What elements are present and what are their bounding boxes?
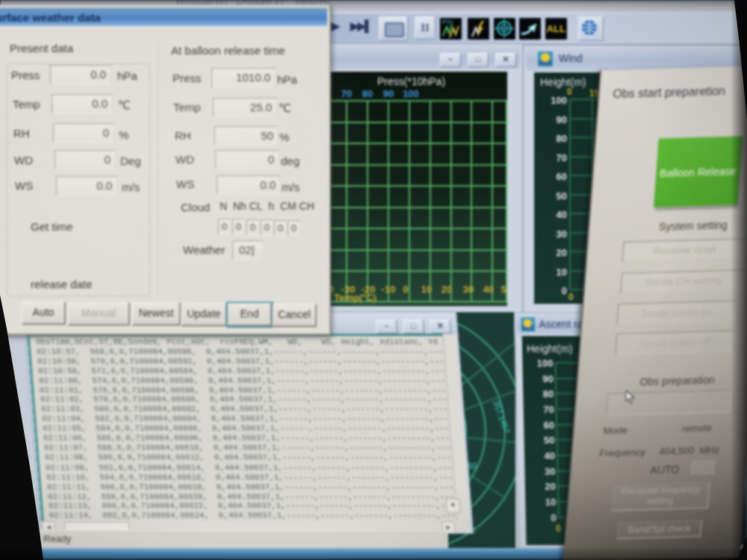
svg-text:70: 70 [543,404,554,415]
svg-text:50: 50 [557,190,567,202]
svg-text:90: 90 [383,88,394,99]
svg-text:-10: -10 [382,284,396,295]
svg-text:20: 20 [441,284,452,295]
svg-text:0: 0 [551,512,557,523]
svg-text:90: 90 [557,114,567,125]
svg-text:0: 0 [567,87,572,97]
svg-text:80: 80 [543,388,554,399]
svg-text:60: 60 [557,171,567,182]
svg-text:30: 30 [463,284,474,295]
svg-text:40: 40 [483,284,494,295]
svg-text:10: 10 [421,284,432,295]
svg-text:30: 30 [545,466,556,477]
svg-text:40: 40 [544,450,555,461]
svg-text:0: 0 [403,284,408,295]
svg-text:90: 90 [542,373,554,385]
svg-text:30: 30 [557,228,567,240]
svg-text:20: 20 [557,247,567,258]
svg-text:70: 70 [557,152,567,164]
svg-text:20: 20 [545,481,556,492]
svg-text:80: 80 [557,133,567,144]
svg-text:0: 0 [562,285,567,296]
svg-text:100: 100 [551,95,567,106]
svg-text:Temp(°C): Temp(°C) [334,292,376,303]
svg-text:60: 60 [468,461,477,470]
svg-text:70: 70 [341,88,352,99]
svg-text:PTU: PTU [442,19,453,25]
svg-text:0: 0 [556,523,561,534]
svg-text:60: 60 [544,420,555,431]
svg-text:50: 50 [544,435,555,446]
svg-text:10: 10 [545,497,557,508]
svg-text:100: 100 [537,358,554,369]
svg-text:80: 80 [362,88,373,99]
svg-text:100: 100 [403,88,419,99]
svg-text:Height(m): Height(m) [540,76,586,88]
svg-text:40: 40 [557,209,567,220]
svg-text:0: 0 [568,292,574,302]
svg-text:Press(*10hPa): Press(*10hPa) [377,75,445,87]
svg-text:50: 50 [501,284,507,295]
svg-text:357.1457: 357.1457 [492,399,512,435]
svg-text:10: 10 [557,267,567,278]
svg-text:Height(m): Height(m) [527,343,573,355]
